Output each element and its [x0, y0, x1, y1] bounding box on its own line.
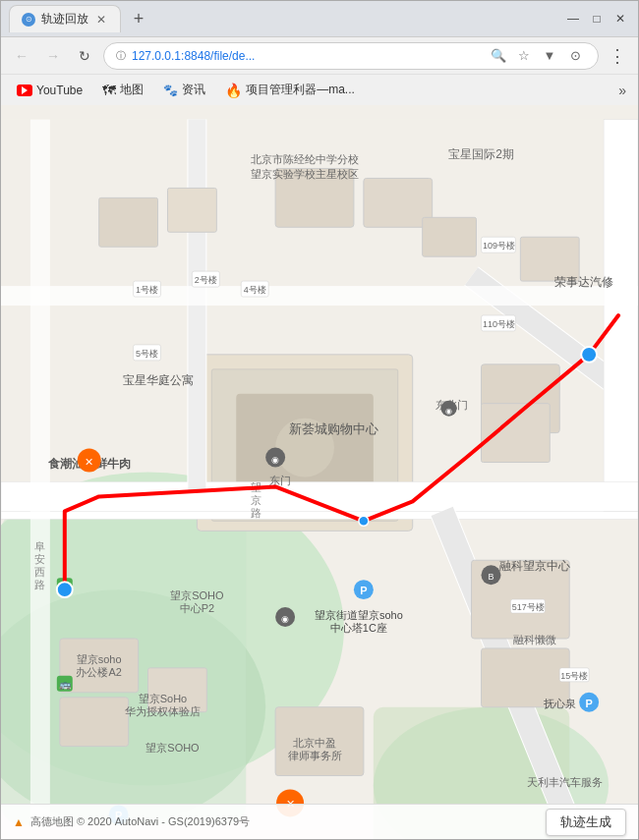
- svg-text:北京市陈经纶中学分校: 北京市陈经纶中学分校: [251, 153, 359, 165]
- svg-text:新荟城购物中心: 新荟城购物中心: [289, 421, 378, 436]
- svg-text:517号楼: 517号楼: [512, 602, 545, 612]
- svg-text:15号楼: 15号楼: [560, 671, 588, 681]
- svg-text:融科望京中心: 融科望京中心: [499, 559, 570, 573]
- bookmark-news-label: 资讯: [182, 82, 205, 98]
- svg-text:109号楼: 109号楼: [483, 241, 515, 251]
- active-tab[interactable]: ⊙ 轨迹回放 ✕: [9, 5, 121, 32]
- svg-text:天利丰汽车服务: 天利丰汽车服务: [527, 776, 603, 788]
- map-logo-icon: ▲: [13, 815, 25, 829]
- map-bottom-bar: ▲ 高德地图 © 2020 AutoNavi - GS(2019)6379号 轨…: [1, 804, 638, 839]
- copyright-text: 高德地图 © 2020 AutoNavi - GS(2019)6379号: [30, 814, 250, 829]
- news-icon: 🐾: [163, 84, 178, 97]
- bookmark-youtube[interactable]: YouTube: [9, 81, 90, 100]
- bookmark-star-icon[interactable]: ☆: [513, 45, 535, 67]
- tab-bar: ⊙ 轨迹回放 ✕ +: [9, 5, 557, 32]
- funnel-icon[interactable]: ▼: [539, 45, 560, 67]
- svg-text:宝星国际2期: 宝星国际2期: [448, 147, 514, 161]
- svg-point-102: [359, 516, 369, 526]
- window-controls: — □ ✕: [563, 9, 630, 28]
- svg-text:✕: ✕: [85, 456, 93, 468]
- svg-text:P: P: [585, 698, 592, 709]
- minimize-button[interactable]: —: [563, 9, 583, 28]
- tab-close-button[interactable]: ✕: [94, 13, 108, 27]
- address-bar: ← → ↻ ⓘ 127.0.0.1:8848/file/de... 🔍 ☆ ▼ …: [1, 36, 638, 74]
- close-button[interactable]: ✕: [610, 9, 630, 28]
- svg-text:路: 路: [251, 507, 261, 519]
- refresh-button[interactable]: ↻: [72, 43, 97, 69]
- svg-rect-14: [30, 120, 50, 825]
- bookmark-project[interactable]: 🔥 项目管理利器—ma...: [217, 79, 363, 101]
- profile-icon[interactable]: ⊙: [564, 45, 586, 67]
- browser-window: ⊙ 轨迹回放 ✕ + — □ ✕ ← → ↻ ⓘ 127.0.0.1:8848/…: [0, 0, 639, 840]
- url-text: 127.0.0.1:8848/file/de...: [132, 49, 482, 63]
- svg-text:北京中盈: 北京中盈: [293, 737, 336, 749]
- svg-text:办公楼A2: 办公楼A2: [76, 666, 121, 678]
- svg-text:望京SOHO: 望京SOHO: [170, 589, 223, 601]
- bookmarks-more-button[interactable]: »: [614, 81, 630, 100]
- svg-text:融科懒微: 融科懒微: [513, 634, 556, 645]
- browser-menu-button[interactable]: ⋮: [605, 43, 630, 69]
- bookmarks-bar: YouTube 🗺 地图 🐾 资讯 🔥 项目管理利器—ma... »: [1, 74, 638, 105]
- svg-point-100: [57, 582, 73, 597]
- svg-text:4号楼: 4号楼: [244, 285, 266, 295]
- svg-rect-19: [167, 188, 216, 232]
- maximize-button[interactable]: □: [587, 9, 607, 28]
- svg-rect-12: [604, 120, 638, 512]
- bookmark-maps-label: 地图: [120, 82, 144, 98]
- svg-text:B: B: [488, 572, 494, 582]
- fire-icon: 🔥: [225, 83, 242, 98]
- svg-text:中心塔1C座: 中心塔1C座: [330, 622, 387, 634]
- generate-trajectory-button[interactable]: 轨迹生成: [546, 809, 626, 836]
- bookmark-youtube-label: YouTube: [36, 84, 83, 97]
- map-svg: 1号楼 2号楼 4号楼 5号楼 109号楼 110号楼 北京市陈经纶中学分校 望…: [1, 105, 638, 839]
- svg-text:荣事达汽修: 荣事达汽修: [554, 275, 613, 289]
- svg-text:5号楼: 5号楼: [136, 349, 158, 359]
- svg-text:华为授权体验店: 华为授权体验店: [125, 705, 201, 717]
- svg-text:◉: ◉: [445, 407, 452, 416]
- svg-text:P: P: [360, 585, 367, 596]
- new-tab-button[interactable]: +: [125, 5, 152, 32]
- svg-text:110号楼: 110号楼: [483, 319, 515, 329]
- address-actions: 🔍 ☆ ▼ ⊙: [488, 45, 586, 67]
- svg-text:望京soho: 望京soho: [77, 653, 122, 665]
- back-button[interactable]: ←: [9, 43, 34, 69]
- svg-rect-23: [60, 698, 129, 747]
- svg-text:阜: 阜: [34, 540, 45, 552]
- map-container: 1号楼 2号楼 4号楼 5号楼 109号楼 110号楼 北京市陈经纶中学分校 望…: [1, 105, 638, 839]
- svg-point-101: [581, 347, 597, 363]
- svg-text:中心P2: 中心P2: [180, 602, 214, 614]
- svg-text:宝星华庭公寓: 宝星华庭公寓: [123, 373, 194, 387]
- tab-favicon: ⊙: [22, 13, 35, 27]
- svg-text:西: 西: [34, 566, 45, 578]
- svg-text:律师事务所: 律师事务所: [288, 750, 342, 761]
- title-bar: ⊙ 轨迹回放 ✕ + — □ ✕: [1, 1, 638, 36]
- svg-rect-18: [99, 197, 158, 247]
- svg-text:安: 安: [34, 553, 45, 565]
- tab-title: 轨迹回放: [41, 11, 88, 28]
- forward-button[interactable]: →: [40, 43, 66, 69]
- svg-text:1号楼: 1号楼: [136, 285, 158, 295]
- svg-text:抚心泉: 抚心泉: [543, 698, 576, 709]
- svg-text:◉: ◉: [281, 614, 289, 624]
- maps-icon: 🗺: [102, 83, 116, 98]
- youtube-icon: [17, 84, 32, 96]
- svg-text:2号楼: 2号楼: [195, 275, 217, 285]
- bookmark-project-label: 项目管理利器—ma...: [246, 82, 355, 98]
- bookmark-news[interactable]: 🐾 资讯: [155, 79, 213, 101]
- security-icon: ⓘ: [116, 49, 126, 63]
- svg-text:◉: ◉: [271, 455, 279, 465]
- svg-rect-21: [481, 404, 550, 463]
- svg-text:路: 路: [34, 579, 45, 590]
- svg-text:望京SOHO: 望京SOHO: [145, 742, 199, 754]
- svg-text:🚌: 🚌: [59, 678, 72, 691]
- bookmark-maps[interactable]: 🗺 地图: [94, 79, 151, 101]
- svg-rect-15: [1, 286, 638, 306]
- svg-text:望京街道望京soho: 望京街道望京soho: [315, 609, 403, 621]
- svg-text:望京实验学校主星校区: 望京实验学校主星校区: [251, 168, 359, 180]
- svg-text:京: 京: [251, 494, 261, 506]
- url-input[interactable]: ⓘ 127.0.0.1:8848/file/de... 🔍 ☆ ▼ ⊙: [103, 42, 599, 70]
- svg-rect-29: [423, 217, 477, 256]
- svg-text:望京SoHo: 望京SoHo: [139, 693, 187, 704]
- search-icon[interactable]: 🔍: [488, 45, 509, 67]
